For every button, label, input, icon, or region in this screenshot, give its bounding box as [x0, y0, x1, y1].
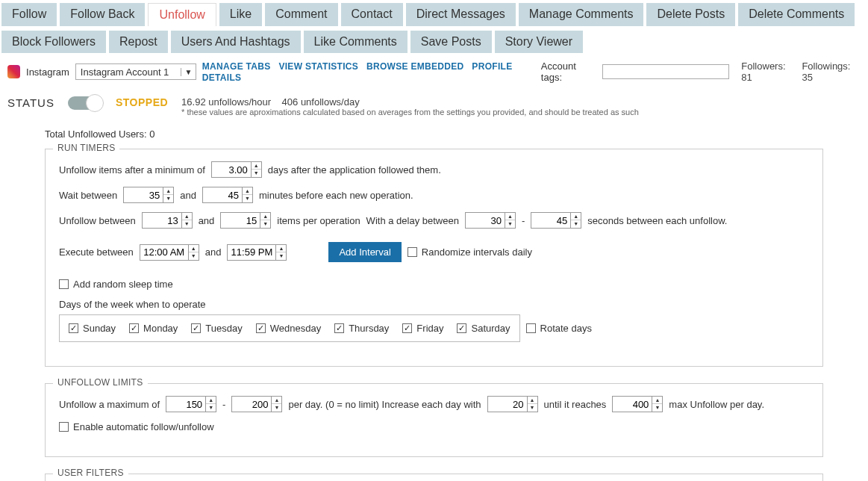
- down-arrow-icon[interactable]: ▼: [528, 404, 537, 411]
- toolbar-link-browse-embedded[interactable]: BROWSE EMBEDDED: [366, 61, 464, 72]
- day-checkbox-saturday[interactable]: Saturday: [457, 323, 510, 334]
- delay-hi-input[interactable]: [531, 213, 570, 228]
- tab-story-viewer[interactable]: Story Viewer: [495, 31, 583, 53]
- checkbox-label: Enable automatic follow/unfollow: [73, 421, 214, 432]
- tab-repost[interactable]: Repost: [109, 31, 168, 53]
- up-arrow-icon[interactable]: ▲: [260, 213, 270, 220]
- toolbar-link-view-statistics[interactable]: VIEW STATISTICS: [278, 61, 358, 72]
- up-arrow-icon[interactable]: ▲: [652, 397, 662, 404]
- up-arrow-icon[interactable]: ▲: [571, 213, 581, 220]
- exec-hi-spinner[interactable]: ▲▼: [227, 244, 287, 261]
- tab-delete-posts[interactable]: Delete Posts: [646, 3, 735, 26]
- tab-unfollow[interactable]: Unfollow: [148, 3, 216, 26]
- checkbox-label: Thursday: [349, 323, 389, 334]
- tab-manage-comments[interactable]: Manage Comments: [519, 3, 644, 26]
- down-arrow-icon[interactable]: ▼: [163, 195, 173, 202]
- up-arrow-icon[interactable]: ▲: [163, 187, 173, 195]
- tab-save-posts[interactable]: Save Posts: [410, 31, 492, 53]
- checkbox-icon: [457, 323, 466, 333]
- tab-like-comments[interactable]: Like Comments: [304, 31, 408, 53]
- up-arrow-icon[interactable]: ▲: [189, 245, 199, 252]
- account-select[interactable]: Instagram Account 1 ▼: [75, 63, 196, 80]
- text: minutes before each new operation.: [259, 190, 413, 201]
- account-tags-input[interactable]: [602, 64, 729, 79]
- limit-inc-input[interactable]: [488, 397, 527, 412]
- down-arrow-icon[interactable]: ▼: [505, 220, 515, 227]
- up-arrow-icon[interactable]: ▲: [528, 397, 537, 404]
- checkbox-icon: [402, 323, 412, 333]
- down-arrow-icon[interactable]: ▼: [206, 404, 216, 411]
- tab-comment[interactable]: Comment: [265, 3, 337, 26]
- limit-inc-spinner[interactable]: ▲▼: [487, 396, 538, 412]
- up-arrow-icon[interactable]: ▲: [243, 187, 252, 195]
- min-days-spinner[interactable]: ▲▼: [211, 161, 262, 178]
- limit-hi-spinner[interactable]: ▲▼: [231, 396, 282, 412]
- exec-hi-input[interactable]: [228, 245, 275, 260]
- ub-hi-spinner[interactable]: ▲▼: [220, 212, 271, 229]
- status-toggle[interactable]: [68, 96, 102, 110]
- toolbar-link-manage-tabs[interactable]: MANAGE TABS: [202, 61, 271, 72]
- day-checkbox-monday[interactable]: Monday: [129, 323, 178, 334]
- down-arrow-icon[interactable]: ▼: [276, 252, 286, 259]
- min-days-input[interactable]: [212, 162, 251, 177]
- down-arrow-icon[interactable]: ▼: [243, 195, 252, 202]
- tab-follow[interactable]: Follow: [1, 3, 57, 26]
- limit-max-input[interactable]: [613, 397, 652, 412]
- exec-lo-input[interactable]: [140, 245, 188, 260]
- text: max Unfollow per day.: [669, 399, 764, 410]
- tab-row-1: FollowFollow BackUnfollowLikeCommentCont…: [0, 0, 868, 28]
- day-checkbox-sunday[interactable]: Sunday: [69, 323, 116, 334]
- limit-max-spinner[interactable]: ▲▼: [612, 396, 663, 412]
- text: Unfollow a maximum of: [59, 399, 160, 410]
- add-interval-button[interactable]: Add Interval: [328, 242, 401, 262]
- up-arrow-icon[interactable]: ▲: [276, 245, 286, 252]
- limit-hi-input[interactable]: [232, 397, 271, 412]
- randomize-checkbox[interactable]: Randomize intervals daily: [408, 246, 532, 258]
- days-label: Days of the week when to operate: [59, 299, 206, 310]
- tab-contact[interactable]: Contact: [341, 3, 403, 26]
- down-arrow-icon[interactable]: ▼: [189, 252, 199, 259]
- up-arrow-icon[interactable]: ▲: [182, 213, 192, 220]
- day-checkbox-thursday[interactable]: Thursday: [334, 323, 389, 334]
- total-unfollowed-value: 0: [149, 128, 154, 140]
- down-arrow-icon[interactable]: ▼: [272, 404, 281, 411]
- wait-lo-input[interactable]: [124, 187, 163, 202]
- ub-lo-input[interactable]: [143, 213, 181, 228]
- tab-users-and-hashtags[interactable]: Users And Hashtags: [171, 31, 301, 53]
- text: days after the application followed them…: [268, 164, 441, 176]
- checkbox-icon: [191, 323, 201, 333]
- delay-hi-spinner[interactable]: ▲▼: [531, 212, 581, 229]
- up-arrow-icon[interactable]: ▲: [206, 397, 216, 404]
- up-arrow-icon[interactable]: ▲: [505, 213, 515, 220]
- down-arrow-icon[interactable]: ▼: [571, 220, 581, 227]
- tab-follow-back[interactable]: Follow Back: [60, 3, 145, 26]
- wait-lo-spinner[interactable]: ▲▼: [123, 187, 174, 203]
- down-arrow-icon[interactable]: ▼: [652, 404, 662, 411]
- day-checkbox-friday[interactable]: Friday: [402, 323, 443, 334]
- tab-delete-comments[interactable]: Delete Comments: [738, 3, 855, 26]
- delay-lo-input[interactable]: [466, 213, 505, 228]
- tab-direct-messages[interactable]: Direct Messages: [406, 3, 516, 26]
- wait-hi-input[interactable]: [203, 187, 242, 202]
- days-box: SundayMondayTuesdayWednesdayThursdayFrid…: [59, 314, 520, 342]
- tab-block-followers[interactable]: Block Followers: [1, 31, 106, 53]
- down-arrow-icon[interactable]: ▼: [182, 220, 192, 227]
- limit-lo-spinner[interactable]: ▲▼: [166, 396, 216, 412]
- down-arrow-icon[interactable]: ▼: [252, 170, 261, 176]
- text: seconds between each unfollow.: [587, 215, 727, 226]
- day-checkbox-wednesday[interactable]: Wednesday: [256, 323, 321, 334]
- up-arrow-icon[interactable]: ▲: [272, 397, 281, 404]
- ub-lo-spinner[interactable]: ▲▼: [142, 212, 193, 229]
- add-sleep-checkbox[interactable]: Add random sleep time: [59, 279, 173, 290]
- limit-lo-input[interactable]: [166, 397, 205, 412]
- exec-lo-spinner[interactable]: ▲▼: [140, 244, 199, 261]
- ub-hi-input[interactable]: [221, 213, 260, 228]
- up-arrow-icon[interactable]: ▲: [252, 162, 261, 170]
- tab-like[interactable]: Like: [219, 3, 262, 26]
- wait-hi-spinner[interactable]: ▲▼: [202, 187, 253, 203]
- day-checkbox-tuesday[interactable]: Tuesday: [191, 323, 242, 334]
- down-arrow-icon[interactable]: ▼: [260, 220, 270, 227]
- rotate-days-checkbox[interactable]: Rotate days: [526, 323, 592, 334]
- enable-auto-checkbox[interactable]: Enable automatic follow/unfollow: [59, 421, 214, 432]
- delay-lo-spinner[interactable]: ▲▼: [465, 212, 516, 229]
